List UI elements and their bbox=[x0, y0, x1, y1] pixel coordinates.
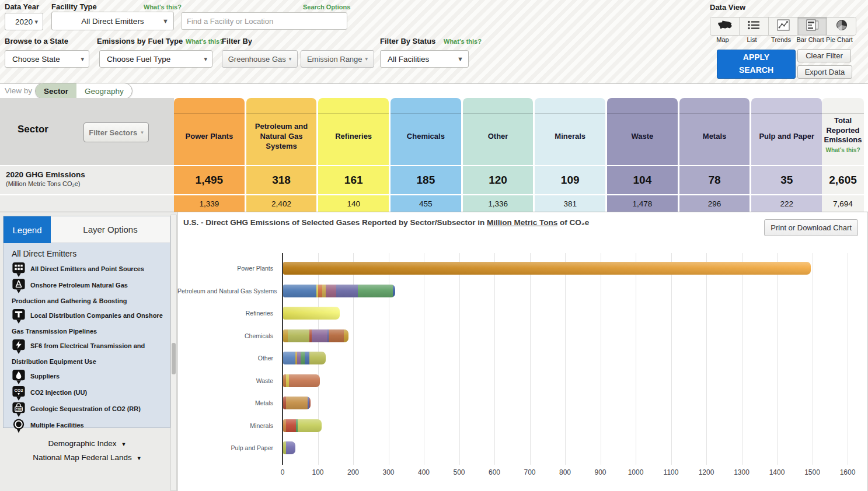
million-metric-tons-link[interactable]: Million Metric Tons bbox=[487, 218, 557, 227]
chart-bar-pulp-and-paper[interactable] bbox=[283, 441, 295, 454]
facility-type-select[interactable]: All Direct Emitters ▼ bbox=[51, 12, 174, 30]
chart-gridline bbox=[848, 253, 848, 465]
data-view-bar-chart-button[interactable] bbox=[798, 17, 827, 35]
chevron-down-icon: ▾ bbox=[81, 55, 84, 63]
data-view-list-button[interactable] bbox=[740, 17, 769, 35]
search-options-link[interactable]: Search Options bbox=[303, 3, 350, 10]
tab-sector[interactable]: Sector bbox=[36, 83, 76, 99]
clear-filter-button[interactable]: Clear Filter bbox=[797, 49, 851, 62]
column-header[interactable]: Refineries bbox=[318, 98, 389, 165]
x-tick-label: 100 bbox=[305, 468, 331, 476]
greenhouse-gas-dropdown[interactable]: Greenhouse Gas ▾ bbox=[222, 50, 298, 68]
emissions-row-label: 2020 GHG Emissions bbox=[0, 166, 174, 179]
fuel-type-select[interactable]: Choose Fuel Type ▾ bbox=[99, 50, 212, 68]
column-header[interactable]: Pulp and Paper bbox=[751, 98, 822, 165]
fuel-type-whats-this-link[interactable]: What's this? bbox=[186, 38, 224, 45]
chart-category-label: Minerals bbox=[177, 419, 279, 432]
column-header[interactable]: Minerals bbox=[535, 98, 605, 165]
sector-column-3: Chemicals185455 bbox=[391, 98, 461, 212]
bar-segment bbox=[301, 352, 305, 364]
chart-bar-metals[interactable] bbox=[283, 397, 311, 409]
triangle-down-icon: ▾ bbox=[141, 129, 144, 135]
total-column-header: Total Reported Emissions What's this? bbox=[822, 98, 864, 165]
sector-column-0: Power Plants1,4951,339 bbox=[174, 98, 245, 212]
facilities-row-label bbox=[0, 195, 174, 212]
droplet-pin-icon bbox=[12, 373, 30, 380]
sector-column-5: Minerals109381 bbox=[535, 98, 605, 212]
filter-sectors-button[interactable]: Filter Sectors ▾ bbox=[83, 122, 149, 142]
bar-segment bbox=[309, 352, 325, 364]
facilities-cell: 1,336 bbox=[463, 195, 534, 212]
legend-items: All Direct Emitters and Point SourcesOns… bbox=[12, 262, 163, 434]
data-view-pie-chart-caption: Pie Chart bbox=[825, 36, 854, 43]
x-tick-label: 1400 bbox=[764, 468, 790, 476]
legend-item: All Direct Emitters and Point Sources bbox=[12, 262, 163, 278]
facilities-cell: 2,402 bbox=[246, 195, 317, 212]
filter-status-whats-this-link[interactable]: What's this? bbox=[444, 38, 482, 45]
bar-segment bbox=[344, 329, 348, 342]
search-input[interactable]: Find a Facility or Location bbox=[181, 12, 347, 30]
tab-layer-options[interactable]: Layer Options bbox=[51, 216, 170, 243]
data-year-select[interactable]: 2020 ▾ bbox=[5, 13, 43, 30]
state-select[interactable]: Choose State ▾ bbox=[5, 50, 89, 68]
chart-bar-waste[interactable] bbox=[283, 374, 320, 387]
print-or-download-button[interactable]: Print or Download Chart bbox=[764, 219, 858, 236]
x-tick-label: 1500 bbox=[800, 468, 825, 476]
chart-bar-other[interactable] bbox=[283, 352, 326, 364]
column-header[interactable]: Petroleum and Natural Gas Systems bbox=[246, 98, 317, 165]
emissions-cell: 104 bbox=[607, 166, 678, 194]
column-header[interactable]: Power Plants bbox=[174, 98, 245, 165]
column-header[interactable]: Chemicals bbox=[391, 98, 461, 165]
facilities-cell: 140 bbox=[318, 195, 389, 212]
data-view-map-button[interactable] bbox=[710, 17, 740, 35]
x-tick-label: 1200 bbox=[693, 468, 719, 476]
bar-segment bbox=[358, 285, 393, 297]
chart-category-label: Power Plants bbox=[177, 262, 279, 275]
total-whats-this-link[interactable]: What's this? bbox=[825, 146, 860, 154]
circle-pin-icon bbox=[12, 422, 30, 429]
chart-gridline bbox=[813, 253, 813, 465]
chart-gridline bbox=[636, 253, 636, 465]
sector-column-1: Petroleum and Natural Gas Systems3182,40… bbox=[246, 98, 317, 212]
column-header[interactable]: Other bbox=[463, 98, 534, 165]
triangle-down-icon: ▾ bbox=[365, 56, 368, 62]
data-view-trends-button[interactable] bbox=[769, 17, 798, 35]
facility-type-whats-this-link[interactable]: What's this? bbox=[144, 3, 182, 10]
bar-chart-icon bbox=[806, 19, 819, 33]
legend-heading: All Direct Emitters bbox=[12, 249, 163, 258]
legend-dropdown-0[interactable]: Demographic Index▼ bbox=[12, 439, 163, 448]
column-header[interactable]: Metals bbox=[679, 98, 750, 165]
emission-range-dropdown[interactable]: Emission Range ▾ bbox=[301, 50, 374, 68]
export-data-button[interactable]: Export Data bbox=[797, 65, 852, 79]
x-tick-label: 0 bbox=[270, 468, 295, 476]
bar-segment bbox=[329, 329, 344, 342]
chart-category-label: Metals bbox=[177, 397, 279, 409]
tab-geography[interactable]: Geography bbox=[76, 83, 132, 99]
facility-type-label: Facility Type bbox=[51, 2, 97, 11]
column-header[interactable]: Waste bbox=[607, 98, 678, 165]
tab-legend[interactable]: Legend bbox=[4, 216, 51, 243]
bar-segment bbox=[286, 397, 308, 409]
apply-search-button[interactable]: APPLY SEARCH bbox=[717, 50, 796, 79]
chart-bar-power-plants[interactable] bbox=[283, 262, 811, 275]
legend-dropdown-1[interactable]: National Map Federal Lands▼ bbox=[12, 453, 163, 462]
emissions-cell: 109 bbox=[535, 166, 605, 194]
chart-plot: 0100200300400500600700800900100011001200… bbox=[283, 253, 848, 465]
x-tick-label: 400 bbox=[411, 468, 437, 476]
legend-item: Multiple Facilities bbox=[12, 418, 163, 434]
facility-status-select[interactable]: All Facilities ▼ bbox=[380, 50, 469, 68]
chart-bar-chemicals[interactable] bbox=[283, 329, 348, 342]
chart-bar-refineries[interactable] bbox=[283, 307, 340, 320]
emissions-row-sublabel: (Million Metric Tons CO₂e) bbox=[0, 179, 174, 187]
legend-scrollbar-thumb[interactable] bbox=[172, 343, 176, 374]
flight-app: Data Year 2020 ▾ Facility Type What's th… bbox=[0, 0, 868, 491]
x-tick-label: 1000 bbox=[623, 468, 649, 476]
chart-category-label: Waste bbox=[177, 374, 279, 387]
chart-bar-minerals[interactable] bbox=[283, 419, 322, 432]
triangle-down-icon: ▼ bbox=[121, 441, 127, 447]
chart-panel: U.S. - Direct GHG Emissions of Selected … bbox=[177, 212, 868, 491]
bar-segment bbox=[283, 307, 340, 320]
data-view-labels: MapListTrendsBar ChartPie Chart bbox=[708, 36, 854, 43]
data-view-pie-chart-button[interactable] bbox=[827, 17, 856, 35]
chart-bar-petroleum-and-natural-gas-systems[interactable] bbox=[283, 285, 395, 297]
